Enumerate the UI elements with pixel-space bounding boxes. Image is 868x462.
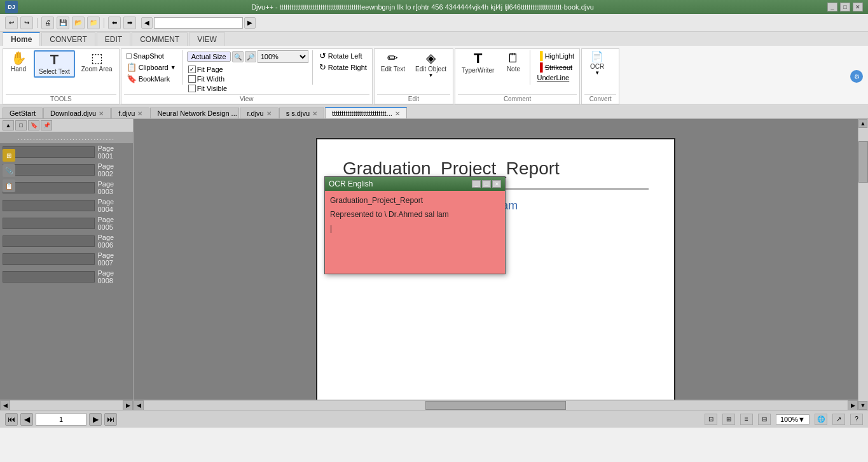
- panel-tool-3[interactable]: 🔖: [28, 120, 39, 130]
- page-item-4[interactable]: Page 0004: [0, 197, 133, 214]
- back-button[interactable]: ⬅: [108, 17, 121, 29]
- page-item-3[interactable]: Page 0003: [0, 179, 133, 197]
- actual-size-button[interactable]: Actual Size: [187, 52, 231, 62]
- next-page-button[interactable]: ▶: [89, 413, 102, 426]
- tab-ss[interactable]: s s.djvu ✕: [279, 108, 324, 118]
- page-number-input[interactable]: [36, 413, 86, 426]
- close-button[interactable]: ✕: [853, 3, 863, 11]
- clipboard-button[interactable]: 📋 Clipboard ▼: [124, 62, 179, 73]
- rotate-left-button[interactable]: ↺ Rotate Left: [317, 50, 369, 61]
- v-scroll-up[interactable]: ▲: [858, 119, 867, 128]
- print-button[interactable]: 🖨: [41, 17, 54, 29]
- tab-download[interactable]: Download.djvu ✕: [43, 108, 111, 118]
- close-download-tab[interactable]: ✕: [99, 110, 104, 117]
- zoom-display[interactable]: 100%▼: [776, 414, 809, 424]
- tab-neural[interactable]: Neural Network Design ... ✕: [150, 108, 239, 118]
- page-item-8[interactable]: Page 0008: [0, 268, 133, 286]
- save-button[interactable]: 💾: [57, 17, 69, 29]
- right-scrollbar[interactable]: ▲ ▼: [858, 119, 868, 410]
- edit-group: ✏ Edit Text ◈ Edit Object ▼ Edit: [374, 48, 453, 104]
- close-r-tab[interactable]: ✕: [266, 110, 272, 117]
- sidebar-icon-2[interactable]: 📎: [3, 164, 15, 177]
- sidebar-icon-1[interactable]: ⊞: [3, 149, 15, 162]
- zoom-area-button[interactable]: ⬚ Zoom Area: [78, 50, 116, 74]
- help-button[interactable]: ?: [850, 414, 863, 425]
- tab-comment[interactable]: COMMENT: [132, 32, 188, 46]
- zoom-minus-button[interactable]: 🔍: [232, 51, 244, 62]
- tab-f[interactable]: f.djvu ✕: [111, 108, 149, 118]
- select-text-button[interactable]: T Select Text: [34, 50, 75, 78]
- h-scroll-track[interactable]: [144, 401, 848, 410]
- fit-width-button[interactable]: Fit Width: [187, 74, 308, 83]
- doc-canvas[interactable]: OCR English _ □ ✕ Graduation_Project_Rep…: [134, 119, 858, 400]
- page-item-5[interactable]: Page 0005: [0, 214, 133, 232]
- page-list: ⊞ 📎 📋 Page 0001 Page 0002 Page 0003 Page…: [0, 143, 133, 400]
- sidebar-icon-3[interactable]: 📋: [3, 179, 15, 192]
- internet-icon[interactable]: 🌐: [815, 414, 827, 425]
- last-page-button[interactable]: ⏭: [104, 413, 117, 426]
- minimize-button[interactable]: _: [827, 3, 837, 11]
- v-scroll-down[interactable]: ▼: [858, 401, 867, 410]
- hand-tool-button[interactable]: ✋ Hand: [6, 50, 31, 74]
- dialog-minimize[interactable]: _: [472, 180, 481, 188]
- open-button[interactable]: 📂: [72, 17, 85, 29]
- snapshot-button[interactable]: □ SnapShot: [124, 50, 179, 61]
- v-scroll-thumb[interactable]: [858, 141, 868, 182]
- underline-button[interactable]: UnderLine: [534, 73, 577, 82]
- close-ss-tab[interactable]: ✕: [312, 110, 317, 117]
- nav-right-button[interactable]: ▶: [244, 17, 256, 29]
- page-item-1[interactable]: Page 0001: [0, 143, 133, 161]
- panel-tool-1[interactable]: ▲: [3, 120, 14, 130]
- bookmark-button[interactable]: 🔖 BookMark: [124, 73, 179, 84]
- dialog-close[interactable]: ✕: [492, 180, 501, 188]
- tab-ttt[interactable]: tttttttttttttttttttttttttttt... ✕: [325, 107, 407, 118]
- tab-convert[interactable]: CONVERT: [41, 32, 95, 46]
- note-button[interactable]: 🗒 Note: [500, 50, 526, 74]
- tab-edit[interactable]: EDIT: [97, 32, 130, 46]
- prev-page-button[interactable]: ◀: [20, 413, 33, 426]
- close-ttt-tab[interactable]: ✕: [395, 110, 400, 117]
- view-mode-1[interactable]: ⊡: [705, 414, 717, 425]
- tab-home[interactable]: Home: [3, 32, 40, 46]
- tab-r[interactable]: r.djvu ✕: [240, 108, 278, 118]
- strikeout-button[interactable]: ▐ Strikeout: [534, 62, 577, 73]
- h-scroll-thumb[interactable]: [425, 401, 566, 410]
- view-mode-4[interactable]: ⊟: [758, 414, 771, 425]
- panel-tool-4[interactable]: 📌: [41, 120, 52, 130]
- settings-icon[interactable]: ⚙: [850, 70, 863, 83]
- edit-text-button[interactable]: ✏ Edit Text: [377, 50, 409, 74]
- highlight-button[interactable]: ▐ HighLight: [534, 50, 577, 61]
- fit-page-button[interactable]: ✓ Fit Page: [187, 65, 308, 74]
- zoom-plus-button[interactable]: 🔎: [245, 51, 256, 62]
- folder-button[interactable]: 📁: [87, 17, 100, 29]
- left-panel-scroll-right[interactable]: ▶: [123, 400, 133, 410]
- first-page-button[interactable]: ⏮: [5, 413, 18, 426]
- forward-button[interactable]: ➡: [123, 17, 136, 29]
- close-f-tab[interactable]: ✕: [137, 110, 142, 117]
- edit-object-button[interactable]: ◈ Edit Object ▼: [411, 50, 450, 80]
- note-icon: 🗒: [507, 52, 520, 64]
- view-col1: □ SnapShot 📋 Clipboard ▼ 🔖 BookMark: [124, 50, 179, 84]
- redo-button[interactable]: ↪: [20, 17, 33, 29]
- undo-button[interactable]: ↩: [5, 17, 18, 29]
- typewriter-button[interactable]: T TyperWriter: [458, 50, 499, 75]
- view-mode-2[interactable]: ⊞: [722, 414, 735, 425]
- view-mode-3[interactable]: ≡: [740, 414, 753, 425]
- fit-visible-button[interactable]: Fit Visible: [187, 84, 308, 93]
- h-scroll-left[interactable]: ◀: [134, 400, 144, 410]
- page-item-6[interactable]: Page 0006: [0, 232, 133, 250]
- zoom-select[interactable]: 100% 75% 125% 150% 200%: [258, 50, 308, 63]
- tab-view[interactable]: VIEW: [189, 32, 225, 46]
- panel-tool-2[interactable]: □: [15, 120, 27, 130]
- nav-left-button[interactable]: ◀: [141, 17, 153, 29]
- rotate-right-button[interactable]: ↻ Rotate Right: [317, 62, 369, 73]
- h-scroll-right[interactable]: ▶: [848, 400, 858, 410]
- ocr-button[interactable]: 📄 OCR ▼: [584, 50, 610, 77]
- page-item-2[interactable]: Page 0002: [0, 161, 133, 179]
- dialog-maximize[interactable]: □: [482, 180, 491, 188]
- left-panel-scroll-left[interactable]: ◀: [0, 400, 10, 410]
- page-item-7[interactable]: Page 0007: [0, 250, 133, 268]
- share-button[interactable]: ↗: [832, 414, 845, 425]
- maximize-button[interactable]: □: [840, 3, 850, 11]
- tab-getstart[interactable]: GetStart: [3, 108, 43, 118]
